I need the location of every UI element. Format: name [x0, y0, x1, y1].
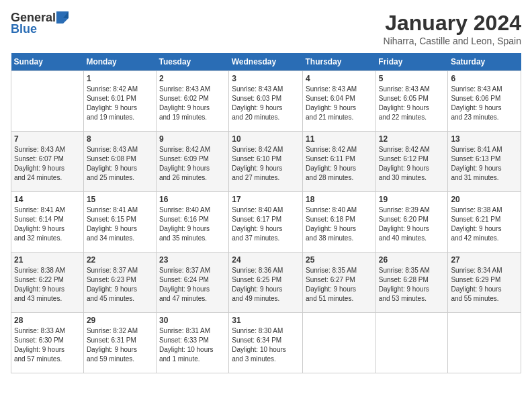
calendar-cell: 1Sunrise: 8:42 AM Sunset: 6:01 PM Daylig…: [83, 71, 156, 132]
calendar-cell: 22Sunrise: 8:37 AM Sunset: 6:23 PM Dayli…: [83, 253, 156, 313]
day-number: 31: [232, 316, 300, 325]
day-number: 24: [232, 255, 300, 265]
day-info: Sunrise: 8:31 AM Sunset: 6:33 PM Dayligh…: [159, 326, 226, 364]
calendar-cell: 16Sunrise: 8:40 AM Sunset: 6:16 PM Dayli…: [156, 192, 228, 253]
day-info: Sunrise: 8:43 AM Sunset: 6:05 PM Dayligh…: [379, 85, 445, 122]
day-info: Sunrise: 8:38 AM Sunset: 6:22 PM Dayligh…: [14, 266, 81, 304]
day-info: Sunrise: 8:41 AM Sunset: 6:13 PM Dayligh…: [451, 145, 518, 183]
calendar-cell: 5Sunrise: 8:43 AM Sunset: 6:05 PM Daylig…: [375, 71, 448, 132]
day-info: Sunrise: 8:32 AM Sunset: 6:31 PM Dayligh…: [87, 326, 153, 364]
calendar-cell: 21Sunrise: 8:38 AM Sunset: 6:22 PM Dayli…: [11, 253, 84, 313]
calendar-week-row: 1Sunrise: 8:42 AM Sunset: 6:01 PM Daylig…: [11, 71, 521, 132]
calendar-cell: 26Sunrise: 8:35 AM Sunset: 6:28 PM Dayli…: [375, 253, 448, 313]
calendar-title: January 2024: [384, 11, 521, 36]
day-info: Sunrise: 8:37 AM Sunset: 6:24 PM Dayligh…: [159, 266, 226, 304]
calendar-cell: 25Sunrise: 8:35 AM Sunset: 6:27 PM Dayli…: [303, 253, 376, 313]
day-number: 2: [159, 74, 226, 83]
calendar-subtitle: Niharra, Castille and Leon, Spain: [384, 36, 521, 46]
calendar-cell: 17Sunrise: 8:40 AM Sunset: 6:17 PM Dayli…: [229, 192, 303, 253]
calendar-cell: 12Sunrise: 8:42 AM Sunset: 6:12 PM Dayli…: [375, 132, 448, 192]
day-number: 6: [451, 74, 518, 83]
header-day-friday: Friday: [375, 53, 448, 71]
calendar-cell: 20Sunrise: 8:38 AM Sunset: 6:21 PM Dayli…: [448, 192, 521, 253]
calendar-week-row: 14Sunrise: 8:41 AM Sunset: 6:14 PM Dayli…: [11, 192, 521, 253]
header: General Blue January 2024 Niharra, Casti…: [11, 11, 521, 46]
calendar-cell: 3Sunrise: 8:43 AM Sunset: 6:03 PM Daylig…: [229, 71, 303, 132]
day-info: Sunrise: 8:34 AM Sunset: 6:29 PM Dayligh…: [451, 266, 518, 304]
calendar-cell: 28Sunrise: 8:33 AM Sunset: 6:30 PM Dayli…: [11, 313, 84, 373]
calendar-cell: 6Sunrise: 8:43 AM Sunset: 6:06 PM Daylig…: [448, 71, 521, 132]
day-number: 27: [451, 255, 518, 265]
calendar-cell: 4Sunrise: 8:43 AM Sunset: 6:04 PM Daylig…: [303, 71, 376, 132]
calendar-cell: 14Sunrise: 8:41 AM Sunset: 6:14 PM Dayli…: [11, 192, 84, 253]
day-number: 8: [87, 134, 153, 144]
calendar-cell: 9Sunrise: 8:42 AM Sunset: 6:09 PM Daylig…: [156, 132, 228, 192]
day-info: Sunrise: 8:43 AM Sunset: 6:02 PM Dayligh…: [159, 85, 226, 122]
day-info: Sunrise: 8:40 AM Sunset: 6:17 PM Dayligh…: [232, 205, 300, 243]
day-number: 13: [451, 134, 518, 144]
day-info: Sunrise: 8:35 AM Sunset: 6:27 PM Dayligh…: [306, 266, 373, 304]
day-number: 7: [14, 134, 81, 144]
day-info: Sunrise: 8:43 AM Sunset: 6:04 PM Dayligh…: [306, 85, 373, 122]
calendar-cell: 23Sunrise: 8:37 AM Sunset: 6:24 PM Dayli…: [156, 253, 228, 313]
header-day-wednesday: Wednesday: [229, 53, 303, 71]
calendar-cell: 13Sunrise: 8:41 AM Sunset: 6:13 PM Dayli…: [448, 132, 521, 192]
header-day-monday: Monday: [83, 53, 156, 71]
day-number: 25: [306, 255, 373, 265]
day-info: Sunrise: 8:35 AM Sunset: 6:28 PM Dayligh…: [379, 266, 445, 304]
header-day-sunday: Sunday: [11, 53, 84, 71]
day-info: Sunrise: 8:36 AM Sunset: 6:25 PM Dayligh…: [232, 266, 300, 304]
day-info: Sunrise: 8:43 AM Sunset: 6:06 PM Dayligh…: [451, 85, 518, 122]
day-info: Sunrise: 8:33 AM Sunset: 6:30 PM Dayligh…: [14, 326, 81, 364]
day-number: 20: [451, 195, 518, 204]
day-number: 18: [306, 195, 373, 204]
calendar-week-row: 28Sunrise: 8:33 AM Sunset: 6:30 PM Dayli…: [11, 313, 521, 373]
calendar-cell: 24Sunrise: 8:36 AM Sunset: 6:25 PM Dayli…: [229, 253, 303, 313]
calendar-week-row: 21Sunrise: 8:38 AM Sunset: 6:22 PM Dayli…: [11, 253, 521, 313]
day-number: 22: [87, 255, 153, 265]
logo-icon: [56, 11, 69, 24]
calendar-header-row: SundayMondayTuesdayWednesdayThursdayFrid…: [11, 53, 521, 71]
calendar-cell: [448, 313, 521, 373]
day-number: 14: [14, 195, 81, 204]
day-number: 4: [306, 74, 373, 83]
day-info: Sunrise: 8:43 AM Sunset: 6:07 PM Dayligh…: [14, 145, 81, 183]
day-number: 12: [379, 134, 445, 144]
day-info: Sunrise: 8:42 AM Sunset: 6:01 PM Dayligh…: [87, 85, 153, 122]
calendar-cell: 15Sunrise: 8:41 AM Sunset: 6:15 PM Dayli…: [83, 192, 156, 253]
calendar-cell: 7Sunrise: 8:43 AM Sunset: 6:07 PM Daylig…: [11, 132, 84, 192]
day-number: 21: [14, 255, 81, 265]
day-info: Sunrise: 8:30 AM Sunset: 6:34 PM Dayligh…: [232, 326, 300, 364]
calendar-table: SundayMondayTuesdayWednesdayThursdayFrid…: [11, 53, 521, 373]
calendar-cell: 31Sunrise: 8:30 AM Sunset: 6:34 PM Dayli…: [229, 313, 303, 373]
day-info: Sunrise: 8:39 AM Sunset: 6:20 PM Dayligh…: [379, 205, 445, 243]
day-number: 5: [379, 74, 445, 83]
day-number: 26: [379, 255, 445, 265]
day-info: Sunrise: 8:43 AM Sunset: 6:03 PM Dayligh…: [232, 85, 300, 122]
day-number: 19: [379, 195, 445, 204]
day-number: 3: [232, 74, 300, 83]
day-number: 23: [159, 255, 226, 265]
calendar-cell: 11Sunrise: 8:42 AM Sunset: 6:11 PM Dayli…: [303, 132, 376, 192]
calendar-cell: 18Sunrise: 8:40 AM Sunset: 6:18 PM Dayli…: [303, 192, 376, 253]
logo: General Blue: [11, 11, 69, 36]
calendar-cell: 30Sunrise: 8:31 AM Sunset: 6:33 PM Dayli…: [156, 313, 228, 373]
day-info: Sunrise: 8:41 AM Sunset: 6:14 PM Dayligh…: [14, 205, 81, 243]
header-day-saturday: Saturday: [448, 53, 521, 71]
calendar-cell: 27Sunrise: 8:34 AM Sunset: 6:29 PM Dayli…: [448, 253, 521, 313]
calendar-cell: 19Sunrise: 8:39 AM Sunset: 6:20 PM Dayli…: [375, 192, 448, 253]
day-info: Sunrise: 8:42 AM Sunset: 6:11 PM Dayligh…: [306, 145, 373, 183]
calendar-cell: [11, 71, 84, 132]
calendar-cell: 10Sunrise: 8:42 AM Sunset: 6:10 PM Dayli…: [229, 132, 303, 192]
calendar-cell: 8Sunrise: 8:43 AM Sunset: 6:08 PM Daylig…: [83, 132, 156, 192]
day-number: 11: [306, 134, 373, 144]
day-number: 10: [232, 134, 300, 144]
logo-blue-text: Blue: [11, 22, 37, 36]
calendar-cell: 2Sunrise: 8:43 AM Sunset: 6:02 PM Daylig…: [156, 71, 228, 132]
day-info: Sunrise: 8:38 AM Sunset: 6:21 PM Dayligh…: [451, 205, 518, 243]
day-number: 29: [87, 316, 153, 325]
day-number: 15: [87, 195, 153, 204]
day-info: Sunrise: 8:41 AM Sunset: 6:15 PM Dayligh…: [87, 205, 153, 243]
header-day-thursday: Thursday: [303, 53, 376, 71]
header-day-tuesday: Tuesday: [156, 53, 228, 71]
